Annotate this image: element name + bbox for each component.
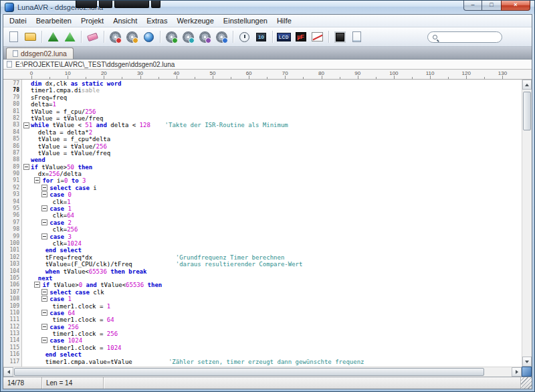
code-line[interactable]: 101 end select	[3, 247, 522, 254]
gear-red-icon[interactable]	[108, 29, 123, 45]
code-line[interactable]: 87 tValue = tValue/freq	[3, 150, 522, 157]
fold-toggle-icon[interactable]	[41, 310, 47, 316]
scope-icon[interactable]	[310, 29, 325, 45]
code-line[interactable]: 85 tValue = f_cpu*delta	[3, 136, 522, 142]
code-line[interactable]: 114 case 1024	[3, 337, 522, 344]
resize-grip[interactable]	[521, 377, 532, 389]
maximize-button[interactable]: □	[482, 1, 501, 11]
fold-toggle-icon[interactable]	[34, 177, 40, 183]
avr-chip-icon[interactable]	[332, 29, 348, 45]
clock-icon[interactable]	[237, 29, 252, 45]
menu-einstellungen[interactable]: Einstellungen	[219, 15, 272, 26]
globe-icon[interactable]	[141, 29, 156, 45]
menu-extras[interactable]: Extras	[142, 15, 172, 26]
scroll-down-button[interactable]	[522, 357, 532, 367]
code-line[interactable]: 97 case 2	[3, 219, 522, 226]
code-line[interactable]: 93 case 0	[3, 191, 522, 198]
code-line[interactable]: 96 clk=64	[3, 212, 522, 219]
new-file-icon[interactable]	[6, 29, 21, 45]
code-line[interactable]: 111 timer1.clock = 64	[3, 316, 522, 323]
code-line[interactable]: 105 next	[3, 275, 522, 282]
code-line[interactable]: 102 tFreq=freq*dx 'Grundfrequenz Timer b…	[3, 254, 522, 261]
vertical-scrollbar[interactable]	[522, 80, 532, 367]
uf-icon[interactable]: µF	[293, 29, 308, 45]
close-button[interactable]: ×	[501, 1, 530, 11]
code-line[interactable]: 99 case 3	[3, 233, 522, 240]
code-line[interactable]: 78timer1.cmpa.disable	[3, 87, 522, 94]
gear-blue-icon[interactable]	[214, 29, 229, 45]
code-line[interactable]: 115 timer1.clock = 1024	[3, 345, 522, 351]
lcd-icon[interactable]: LCD	[276, 29, 292, 45]
code-line[interactable]: 113 timer1.clock = 256	[3, 330, 522, 337]
code-line[interactable]: 103 tValue=(F_CPU/clk)/tFreq 'daraus res…	[3, 261, 522, 268]
code-line[interactable]: 112 case 256	[3, 324, 522, 330]
code-line[interactable]: 109 timer1.clock = 1	[3, 303, 522, 310]
code-line[interactable]: 95 case 1	[3, 205, 522, 212]
hex-display-icon[interactable]: 10	[253, 29, 269, 45]
open-folder-icon[interactable]	[23, 29, 38, 45]
menu-hilfe[interactable]: Hilfe	[272, 15, 296, 26]
horizontal-scroll-track[interactable]	[13, 367, 512, 377]
fold-toggle-icon[interactable]	[41, 337, 47, 343]
code-line[interactable]: 89if tValue>50 then	[3, 164, 522, 171]
code-line[interactable]: 107 select case clk	[3, 289, 522, 296]
recycle-alt-icon[interactable]	[62, 29, 78, 45]
code-line[interactable]: 94 clk=1	[3, 199, 522, 205]
code-editor[interactable]: 77dim dx,clk as static word78timer1.cmpa…	[3, 80, 532, 367]
vertical-scroll-thumb[interactable]	[523, 92, 531, 130]
gear-purple-icon[interactable]	[197, 29, 213, 45]
recycle-icon[interactable]	[45, 29, 61, 45]
code-line[interactable]: 90 dx=256/delta	[3, 171, 522, 177]
code-line[interactable]: 80delta=1	[3, 101, 522, 108]
fold-toggle-icon[interactable]	[34, 282, 40, 288]
menu-datei[interactable]: Datei	[5, 15, 31, 26]
menu-projekt[interactable]: Projekt	[76, 15, 108, 26]
gear-green-icon[interactable]	[164, 29, 179, 45]
code-line[interactable]: 86 tValue = tValue/256	[3, 143, 522, 150]
fold-toggle-icon[interactable]	[41, 233, 47, 239]
menu-bearbeiten[interactable]: Bearbeiten	[31, 15, 76, 26]
title-bar[interactable]: LunaAVR - ddsgen02.luna – □ ×	[1, 1, 534, 14]
code-line[interactable]: 81tValue = f_cpu/256	[3, 108, 522, 115]
code-line[interactable]: 104 when tValue<65536 then break	[3, 268, 522, 275]
fold-toggle-icon[interactable]	[23, 122, 29, 128]
code-line[interactable]: 110 case 64	[3, 310, 522, 316]
gear-yellow-icon[interactable]	[124, 29, 140, 45]
code-line[interactable]: 98 clk=256	[3, 226, 522, 233]
doc-icon[interactable]	[349, 29, 364, 45]
fold-toggle-icon[interactable]	[41, 191, 47, 197]
tab-ddsgen02[interactable]: ddsgen02.luna	[6, 47, 74, 59]
code-line[interactable]: 84 delta = delta*2	[3, 129, 522, 136]
fold-toggle-icon[interactable]	[41, 324, 47, 330]
menu-ansicht[interactable]: Ansicht	[108, 15, 142, 26]
minimize-button[interactable]: –	[463, 1, 482, 11]
eraser-icon[interactable]	[85, 29, 100, 45]
code-line[interactable]: 117 timer1.cmpa.value=tValue 'Zähler set…	[3, 359, 522, 365]
code-line[interactable]: 91 for i=0 to 3	[3, 177, 522, 184]
code-line[interactable]: 83while tValue < 51 and delta < 128 'Tak…	[3, 122, 522, 128]
code-line[interactable]: 100 clk=1024	[3, 240, 522, 247]
fold-toggle-icon[interactable]	[41, 219, 47, 225]
code-line[interactable]: 92 select case i	[3, 185, 522, 191]
gear-cyan-icon[interactable]	[181, 29, 196, 45]
scroll-up-button[interactable]	[522, 80, 532, 90]
vertical-scroll-track[interactable]	[522, 90, 532, 357]
code-line[interactable]: 106 if tValue>0 and tValue<65536 then	[3, 282, 522, 288]
code-line[interactable]: 108 case 1	[3, 296, 522, 302]
fold-toggle-icon[interactable]	[41, 205, 47, 211]
scroll-left-button[interactable]	[3, 367, 13, 377]
code-line[interactable]: 77dim dx,clk as static word	[3, 80, 522, 87]
code-line[interactable]: 82tValue = tValue/freq	[3, 115, 522, 122]
code-line[interactable]: 116 end select	[3, 351, 522, 358]
code-line[interactable]: 88wend	[3, 157, 522, 163]
fold-toggle-icon[interactable]	[41, 289, 47, 295]
fold-toggle-icon[interactable]	[41, 185, 47, 191]
horizontal-scroll-thumb[interactable]	[14, 368, 484, 376]
horizontal-scrollbar[interactable]	[3, 367, 522, 377]
fold-toggle-icon[interactable]	[41, 296, 47, 302]
search-input[interactable]	[441, 33, 497, 41]
fold-toggle-icon[interactable]	[23, 164, 29, 170]
scroll-right-button[interactable]	[512, 367, 522, 377]
code-line[interactable]: 79sFreq=freq	[3, 94, 522, 101]
menu-werkzeuge[interactable]: Werkzeuge	[172, 15, 218, 26]
